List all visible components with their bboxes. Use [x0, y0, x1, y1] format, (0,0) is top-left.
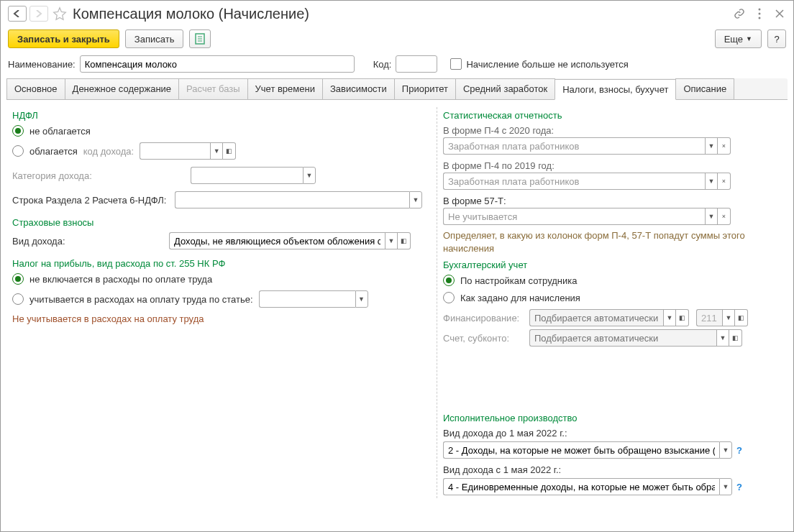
p4-2020-label: В форме П-4 с 2020 года:: [443, 125, 782, 136]
ndfl-not-taxed-radio[interactable]: [12, 125, 24, 137]
income-type-open-icon[interactable]: ◧: [398, 232, 411, 249]
chevron-down-icon: ▼: [746, 35, 752, 42]
income-after-input[interactable]: [443, 478, 719, 495]
kebab-menu-icon[interactable]: [753, 7, 766, 20]
financing-open-icon[interactable]: ◧: [676, 309, 689, 326]
more-label: Еще: [724, 34, 743, 45]
included-dropdown-icon[interactable]: ▼: [355, 290, 368, 308]
f57t-dropdown-icon[interactable]: ▼: [705, 208, 718, 225]
save-button[interactable]: Записать: [125, 29, 184, 48]
svg-point-1: [759, 13, 761, 15]
not-used-checkbox[interactable]: [450, 58, 462, 70]
profit-tax-title: Налог на прибыль, вид расхода по ст. 255…: [12, 258, 431, 269]
included-radio[interactable]: [12, 293, 24, 305]
income-category-label: Категория дохода:: [12, 170, 186, 181]
p4-2019-dropdown-icon[interactable]: ▼: [705, 173, 718, 190]
income-code-open-icon[interactable]: ◧: [223, 142, 236, 160]
financing-code-input: [696, 309, 722, 326]
save-and-close-button[interactable]: Записать и закрыть: [8, 29, 119, 48]
tab-main[interactable]: Основное: [6, 78, 65, 99]
link-icon[interactable]: [733, 7, 746, 20]
code-input[interactable]: [396, 55, 437, 73]
income-before-dropdown-icon[interactable]: ▼: [719, 441, 732, 459]
included-input[interactable]: [259, 290, 355, 308]
not-used-label: Начисление больше не используется: [466, 59, 628, 70]
account-input: [529, 329, 716, 347]
not-included-radio[interactable]: [12, 273, 24, 285]
p4-2019-clear-icon[interactable]: ×: [718, 173, 731, 190]
tab-base[interactable]: Расчет базы: [178, 78, 248, 99]
page-title: Компенсация молоко (Начисление): [73, 6, 309, 22]
ndfl-taxed-label: облагается: [29, 146, 78, 157]
account-open-icon[interactable]: ◧: [729, 329, 742, 347]
close-icon[interactable]: [773, 7, 786, 20]
included-label: учитывается в расходах на оплату труда п…: [29, 294, 253, 305]
acc-accrual-label: Как задано для начисления: [460, 293, 580, 303]
financing-label: Финансирование:: [443, 313, 525, 324]
name-input[interactable]: [80, 55, 355, 73]
income-type-dropdown-icon[interactable]: ▼: [385, 232, 398, 249]
tab-deps[interactable]: Зависимости: [322, 78, 395, 99]
p4-2019-input[interactable]: [443, 173, 705, 190]
not-counted-note: Не учитывается в расходах на оплату труд…: [12, 313, 431, 324]
not-included-label: не включается в расходы по оплате труда: [29, 274, 212, 285]
income-code-input[interactable]: [140, 142, 210, 160]
p4-2019-label: В форме П-4 по 2019 год:: [443, 160, 782, 171]
insurance-title: Страховые взносы: [12, 217, 431, 228]
more-button[interactable]: Еще▼: [715, 29, 762, 48]
ndfl-not-taxed-label: не облагается: [29, 126, 91, 137]
income-after-dropdown-icon[interactable]: ▼: [719, 478, 732, 495]
code-label: Код:: [373, 59, 392, 70]
p4-2020-input[interactable]: [443, 137, 705, 155]
line6ndfl-label: Строка Раздела 2 Расчета 6-НДФЛ:: [12, 195, 170, 206]
financing-input: [529, 309, 663, 326]
income-before-label: Вид дохода до 1 мая 2022 г.:: [443, 428, 782, 439]
tab-money[interactable]: Денежное содержание: [65, 78, 179, 99]
line6ndfl-input[interactable]: [175, 191, 409, 208]
p4-2020-clear-icon[interactable]: ×: [718, 137, 731, 155]
tab-taxes[interactable]: Налоги, взносы, бухучет: [555, 79, 676, 100]
ndfl-taxed-radio[interactable]: [12, 145, 24, 157]
nav-forward-button[interactable]: [29, 6, 48, 22]
tab-bar: Основное Денежное содержание Расчет базы…: [6, 78, 788, 100]
exec-title: Исполнительное производство: [443, 413, 782, 423]
financing-dropdown-icon[interactable]: ▼: [663, 309, 676, 326]
income-code-label: код дохода:: [83, 146, 134, 157]
account-dropdown-icon[interactable]: ▼: [716, 329, 729, 347]
income-before-input[interactable]: [443, 441, 719, 459]
account-label: Счет, субконто:: [443, 333, 525, 344]
f57t-label: В форме 57-Т:: [443, 196, 782, 206]
income-before-hint-icon[interactable]: ?: [736, 445, 742, 456]
income-category-dropdown-icon[interactable]: ▼: [303, 167, 316, 184]
tab-avg[interactable]: Средний заработок: [455, 78, 555, 99]
line6ndfl-dropdown-icon[interactable]: ▼: [409, 191, 422, 208]
acc-accrual-radio[interactable]: [443, 292, 455, 303]
stat-note: Определяет, в какую из колонок форм П-4,…: [443, 229, 782, 255]
f57t-clear-icon[interactable]: ×: [718, 208, 731, 225]
p4-2020-dropdown-icon[interactable]: ▼: [705, 137, 718, 155]
income-code-dropdown-icon[interactable]: ▼: [210, 142, 223, 160]
ndfl-title: НДФЛ: [12, 110, 431, 121]
svg-point-0: [759, 9, 761, 11]
income-type-label: Вид дохода:: [12, 236, 165, 247]
name-label: Наименование:: [8, 59, 76, 70]
acc-employee-radio[interactable]: [443, 275, 455, 286]
tab-priority[interactable]: Приоритет: [394, 78, 456, 99]
tab-desc[interactable]: Описание: [675, 78, 734, 99]
financing-code-dropdown-icon[interactable]: ▼: [722, 309, 735, 326]
tab-time[interactable]: Учет времени: [247, 78, 323, 99]
accounting-title: Бухгалтерский учет: [443, 260, 782, 270]
income-category-input[interactable]: [191, 167, 303, 184]
income-after-hint-icon[interactable]: ?: [736, 482, 742, 492]
financing-code-open-icon[interactable]: ◧: [735, 309, 748, 326]
nav-back-button[interactable]: [8, 6, 27, 22]
favorite-star-icon[interactable]: [51, 5, 68, 22]
svg-point-2: [759, 17, 761, 19]
acc-employee-label: По настройкам сотрудника: [460, 275, 577, 286]
f57t-input[interactable]: [443, 208, 705, 225]
income-after-label: Вид дохода с 1 мая 2022 г.:: [443, 464, 782, 475]
report-button[interactable]: [189, 29, 211, 48]
stat-title: Статистическая отчетность: [443, 110, 782, 121]
income-type-input[interactable]: [169, 232, 385, 249]
help-button[interactable]: ?: [767, 29, 786, 48]
